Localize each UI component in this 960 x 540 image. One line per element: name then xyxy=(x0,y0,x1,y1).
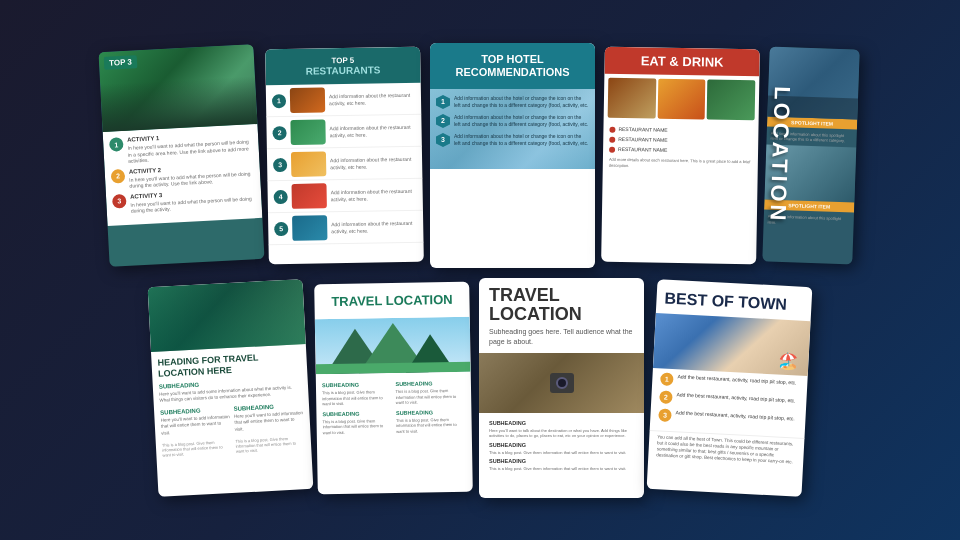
card-heading-travel: HEADING FOR TRAVEL LOCATION HERE SUBHEAD… xyxy=(148,279,314,497)
eat-dot-3 xyxy=(609,146,615,152)
card-eat-drink: EAT & DRINK RESTAURANT NAME RESTAURANT N… xyxy=(601,46,760,264)
best-text-1: Add the best restaurant, activity, road … xyxy=(677,372,796,385)
restaurant-num-2: 2 xyxy=(272,125,286,139)
camera-lens xyxy=(556,377,568,389)
activity-item-1: 1 ACTIVITY 1 In here you'll want to add … xyxy=(109,130,253,165)
activity-item-3: 3 ACTIVITY 3 In here you'll want to add … xyxy=(112,186,256,214)
heading-body: HEADING FOR TRAVEL LOCATION HERE SUBHEAD… xyxy=(151,343,312,463)
travel-sub-title-3: SUBHEADING xyxy=(322,409,392,416)
scene: TOP 3 1 ACTIVITY 1 In here you'll want t… xyxy=(0,0,960,540)
card-restaurants: TOP 5 restaurants 1 Add information abou… xyxy=(265,46,424,264)
travel-sub-text-1: This is a blog post. Give them informati… xyxy=(322,389,392,407)
cards-wrapper: TOP 3 1 ACTIVITY 1 In here you'll want t… xyxy=(0,0,960,540)
heading-blog-right: This is a blog post. Give them informati… xyxy=(235,435,305,454)
eat-images xyxy=(604,73,760,124)
activity-badge-2: 2 xyxy=(111,168,126,183)
camera-subheading-3: SUBHEADING xyxy=(489,458,634,464)
restaurant-img-2 xyxy=(290,119,325,145)
activity-badge-1: 1 xyxy=(109,137,124,152)
heading-desc-left: Here you'll want to add information that… xyxy=(160,414,230,437)
eat-dot-2 xyxy=(609,136,615,142)
restaurant-num-1: 1 xyxy=(272,93,286,107)
heading-hero-image xyxy=(148,279,306,352)
restaurant-num-5: 5 xyxy=(274,221,288,235)
card-activities: TOP 3 1 ACTIVITY 1 In here you'll want t… xyxy=(98,44,264,267)
camera-title: TRAVEL LOCATION xyxy=(479,278,644,328)
bottom-row: HEADING FOR TRAVEL LOCATION HERE SUBHEAD… xyxy=(153,278,807,498)
travel-sub-title-4: SUBHEADING xyxy=(396,408,466,415)
hotel-item-3: 3 Add information about the hotel or cha… xyxy=(436,133,589,147)
location-vertical-title: LOCATION xyxy=(764,85,795,223)
travel-sub-title-1: SUBHEADING xyxy=(322,381,392,388)
hotel-title: TOP HOTEL RECOMMENDATIONS xyxy=(438,53,587,79)
card-travel-location-mountains: TRAVEL LOCATION SUBHEADING This is a blo… xyxy=(314,281,473,494)
camera-text-2: This is a blog post. Give them informati… xyxy=(489,450,634,456)
activities-top-label: TOP 3 xyxy=(104,55,137,70)
restaurant-text-5: Add information about the restaurant act… xyxy=(331,219,417,233)
activities-body: 1 ACTIVITY 1 In here you'll want to add … xyxy=(103,123,263,224)
camera-icon xyxy=(550,373,574,393)
travel-sub-text-2: This is a blog post. Give them informati… xyxy=(396,387,466,405)
heading-col-2: SUBHEADING Here you'll want to add infor… xyxy=(233,402,305,453)
eat-items-list: RESTAURANT NAME RESTAURANT NAME RESTAURA… xyxy=(603,121,759,174)
best-hero-image: 🏖️ xyxy=(653,312,811,375)
camera-text-3: This is a blog post. Give them informati… xyxy=(489,466,634,472)
activities-hero-image: TOP 3 xyxy=(98,44,257,132)
card-hotel: TOP HOTEL RECOMMENDATIONS 1 Add informat… xyxy=(430,43,595,268)
best-item-3: 3 Add the best restaurant, activity, roa… xyxy=(658,407,797,427)
eat-header: EAT & DRINK xyxy=(604,46,759,76)
travel-sub-item-2: SUBHEADING This is a blog post. Give the… xyxy=(395,379,465,405)
ground-strip xyxy=(316,361,471,374)
mountain-scene xyxy=(315,316,471,374)
camera-body-text: SUBHEADING Here you'll want to talk abou… xyxy=(479,413,644,476)
restaurants-header: TOP 5 restaurants xyxy=(265,46,421,85)
restaurant-img-1 xyxy=(290,87,325,113)
eat-additional-text: Add more details about each restaurant h… xyxy=(609,156,752,170)
camera-subtitle: Subheading goes here. Tell audience what… xyxy=(479,327,644,353)
eat-item-text-3: RESTAURANT NAME xyxy=(618,145,667,153)
restaurant-img-4 xyxy=(291,183,326,209)
travel-sub-text-3: This is a blog post. Give them informati… xyxy=(323,417,393,435)
restaurant-text-1: Add information about the restaurant act… xyxy=(329,91,415,105)
best-text-2: Add the best restaurant, activity, road … xyxy=(676,390,795,403)
card-best-of-town: BEST OF TOWN 🏖️ 1 Add the best restauran… xyxy=(647,279,813,497)
camera-hero-image xyxy=(479,353,644,413)
travel-sub-item-3: SUBHEADING This is a blog post. Give the… xyxy=(322,409,392,435)
eat-item-3: RESTAURANT NAME xyxy=(609,145,752,154)
activity-badge-3: 3 xyxy=(112,193,127,208)
hotel-header: TOP HOTEL RECOMMENDATIONS xyxy=(430,43,595,89)
restaurant-item-4: 4 Add information about the restaurant a… xyxy=(267,178,423,213)
eat-item-1: RESTAURANT NAME xyxy=(609,125,752,134)
eat-image-3 xyxy=(707,79,755,120)
eat-item-text-1: RESTAURANT NAME xyxy=(618,125,667,133)
card-location: SPOTLIGHT ITEM Add some information abou… xyxy=(762,46,859,264)
restaurant-text-4: Add information about the restaurant act… xyxy=(331,187,417,201)
top-row: TOP 3 1 ACTIVITY 1 In here you'll want t… xyxy=(104,43,856,268)
restaurant-item-2: 2 Add information about the restaurant a… xyxy=(266,114,422,149)
eat-title: EAT & DRINK xyxy=(613,52,752,69)
restaurant-item-5: 5 Add information about the restaurant a… xyxy=(268,210,424,245)
activity-text-3: ACTIVITY 3 In here you'll want to add wh… xyxy=(130,186,256,214)
hotel-items: 1 Add information about the hotel or cha… xyxy=(436,95,589,147)
eat-item-text-2: RESTAURANT NAME xyxy=(618,135,667,143)
eat-dot-1 xyxy=(609,126,615,132)
best-num-3: 3 xyxy=(658,407,672,421)
travel-sub-item-1: SUBHEADING This is a blog post. Give the… xyxy=(322,381,392,407)
best-items: 1 Add the best restaurant, activity, roa… xyxy=(650,367,808,437)
restaurant-item-3: 3 Add information about the restaurant a… xyxy=(267,146,423,181)
eat-image-1 xyxy=(608,77,656,118)
hotel-desc-1: Add information about the hotel or chang… xyxy=(454,95,589,109)
hotel-item-1: 1 Add information about the hotel or cha… xyxy=(436,95,589,109)
restaurant-text-2: Add information about the restaurant act… xyxy=(329,123,415,137)
restaurant-img-3 xyxy=(291,151,326,177)
best-text-3: Add the best restaurant, activity, road … xyxy=(675,408,794,421)
heading-blog-left: This is a blog post. Give them informati… xyxy=(162,439,232,458)
best-item-2: 2 Add the best restaurant, activity, roa… xyxy=(659,389,798,409)
travel-loc-title: TRAVEL LOCATION xyxy=(322,291,461,308)
travel-sub-title-2: SUBHEADING xyxy=(395,379,465,386)
activity-text-2: ACTIVITY 2 In here you'll want to add wh… xyxy=(129,161,255,189)
best-num-1: 1 xyxy=(660,371,674,385)
restaurant-img-5 xyxy=(292,215,327,241)
card-travel-camera: TRAVEL LOCATION Subheading goes here. Te… xyxy=(479,278,644,498)
restaurants-subtitle: restaurants xyxy=(273,63,412,76)
